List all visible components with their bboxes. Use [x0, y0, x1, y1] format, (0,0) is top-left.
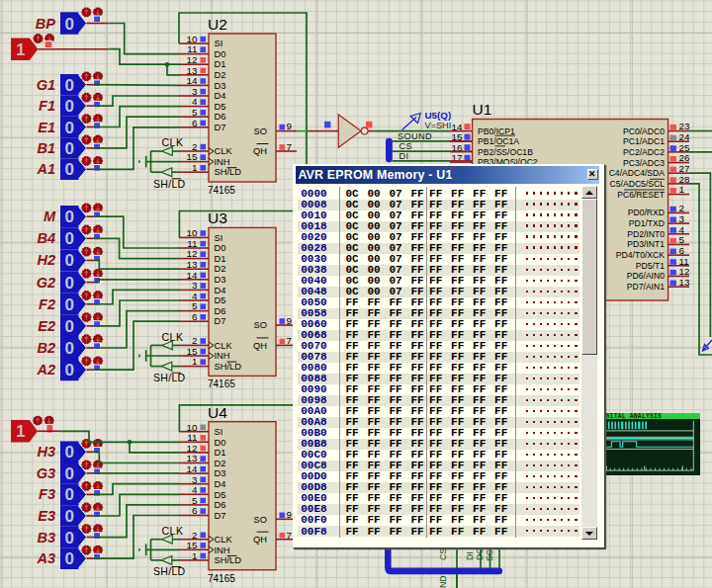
svg-text:U2: U2 [208, 16, 227, 33]
svg-text:D0: D0 [215, 438, 226, 448]
svg-text:9: 9 [287, 315, 292, 326]
svg-text:2: 2 [192, 141, 197, 152]
svg-text:SH/LD: SH/LD [153, 178, 186, 190]
svg-text:SO: SO [254, 126, 267, 136]
svg-text:PC3/ADC3: PC3/ADC3 [623, 158, 665, 168]
svg-text:11: 11 [187, 238, 197, 249]
svg-text:D7: D7 [215, 316, 226, 326]
svg-text:F3: F3 [39, 486, 55, 502]
svg-text:15: 15 [187, 346, 198, 357]
svg-text:14: 14 [187, 270, 198, 281]
svg-text:U5(Q): U5(Q) [425, 110, 452, 121]
svg-text:CLK: CLK [215, 535, 233, 545]
svg-text:0: 0 [64, 443, 73, 462]
svg-text:INH: INH [215, 351, 230, 361]
svg-text:3: 3 [192, 474, 198, 485]
svg-text:5: 5 [679, 234, 685, 245]
svg-text:C4/ADC4/SDA: C4/ADC4/SDA [609, 168, 666, 178]
svg-text:SI: SI [215, 39, 223, 48]
svg-text:2: 2 [192, 530, 197, 541]
svg-text:0: 0 [64, 251, 73, 270]
svg-text:PD5/T1: PD5/T1 [636, 261, 665, 271]
svg-text:25: 25 [679, 142, 690, 153]
svg-text:1: 1 [192, 550, 197, 561]
svg-text:0: 0 [64, 295, 73, 314]
svg-text:C5/ADC5/SCL: C5/ADC5/SCL [610, 179, 666, 189]
svg-text:D4: D4 [215, 91, 226, 101]
svg-text:SH/LD: SH/LD [153, 565, 186, 577]
svg-text:74165: 74165 [208, 378, 235, 389]
svg-text:D7: D7 [215, 123, 226, 132]
svg-text:PD3/INT1: PD3/INT1 [627, 239, 665, 249]
svg-text:D1: D1 [215, 254, 226, 264]
svg-text:0: 0 [64, 464, 73, 483]
svg-text:0: 0 [64, 361, 73, 379]
svg-text:PD7/AIN1: PD7/AIN1 [627, 282, 665, 292]
svg-text:4: 4 [679, 224, 685, 235]
svg-text:10: 10 [187, 34, 198, 44]
svg-text:1: 1 [16, 41, 25, 58]
svg-text:10: 10 [187, 227, 198, 238]
svg-text:0: 0 [64, 507, 73, 526]
svg-text:DO: DO [475, 547, 485, 560]
svg-text:26: 26 [679, 152, 690, 163]
svg-text:D5: D5 [215, 490, 226, 500]
svg-text:E2: E2 [38, 318, 55, 334]
svg-text:1: 1 [192, 356, 197, 367]
svg-text:H3: H3 [37, 444, 55, 460]
svg-text:15: 15 [187, 540, 198, 550]
svg-text:SI: SI [215, 427, 223, 437]
svg-text:F2: F2 [39, 296, 55, 312]
svg-text:13: 13 [679, 277, 690, 288]
svg-text:0: 0 [64, 529, 73, 547]
svg-text:D5: D5 [215, 102, 226, 112]
svg-text:D3: D3 [215, 468, 226, 478]
svg-text:PD0/RXD: PD0/RXD [628, 208, 665, 217]
svg-text:12: 12 [187, 54, 198, 65]
svg-text:4: 4 [192, 291, 198, 301]
svg-text:DI: DI [465, 551, 475, 560]
svg-text:SH/LD: SH/LD [215, 555, 242, 565]
svg-text:SH/LD: SH/LD [215, 167, 242, 177]
svg-text:D1: D1 [215, 448, 226, 458]
svg-text:F1: F1 [39, 98, 55, 114]
svg-text:G1: G1 [37, 77, 55, 93]
svg-text:CLK: CLK [215, 341, 233, 351]
svg-text:7: 7 [287, 335, 292, 346]
svg-text:H2: H2 [37, 252, 55, 268]
svg-text:D3: D3 [215, 81, 226, 91]
svg-text:12: 12 [679, 266, 690, 277]
svg-text:0: 0 [64, 549, 73, 568]
svg-text:27: 27 [679, 163, 690, 174]
svg-text:B1: B1 [37, 140, 55, 156]
svg-text:1: 1 [679, 184, 684, 195]
svg-text:15: 15 [187, 151, 198, 162]
svg-text:QH: QH [253, 341, 267, 351]
svg-text:INH: INH [215, 157, 230, 167]
svg-text:0: 0 [64, 160, 73, 179]
svg-text:E1: E1 [38, 120, 55, 135]
svg-text:M: M [44, 209, 56, 224]
svg-text:2: 2 [192, 335, 197, 346]
svg-text:7: 7 [287, 141, 292, 152]
svg-text:DI: DI [400, 151, 409, 161]
svg-text:3: 3 [679, 213, 685, 224]
svg-text:B2: B2 [37, 340, 55, 356]
svg-text:D0: D0 [215, 243, 226, 253]
svg-text:D6: D6 [215, 112, 226, 122]
svg-text:D2: D2 [215, 264, 226, 274]
svg-text:QH: QH [253, 535, 267, 545]
svg-text:0: 0 [64, 76, 73, 95]
svg-text:23: 23 [679, 121, 690, 131]
svg-text:D0: D0 [215, 49, 226, 59]
svg-text:0: 0 [64, 97, 73, 116]
svg-text:PB0/ICP1: PB0/ICP1 [478, 126, 515, 136]
svg-text:PB2/SS/OC1B: PB2/SS/OC1B [478, 147, 533, 157]
svg-text:4: 4 [192, 96, 198, 107]
svg-text:PC0/ADC0: PC0/ADC0 [623, 126, 665, 136]
svg-text:SH/LD: SH/LD [215, 362, 242, 372]
svg-text:D4: D4 [215, 286, 226, 295]
svg-text:14: 14 [452, 122, 463, 132]
svg-text:0: 0 [64, 139, 73, 158]
svg-text:12: 12 [187, 443, 198, 454]
